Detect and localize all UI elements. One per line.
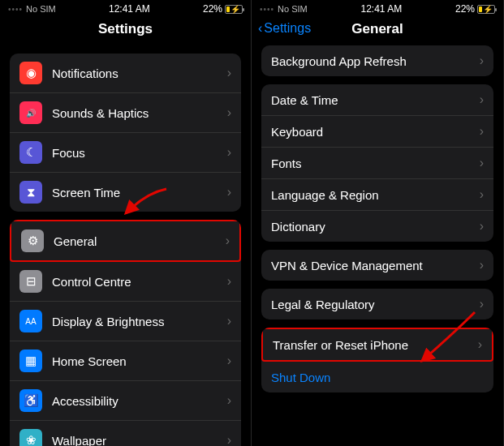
row-label: Background App Refresh (271, 54, 480, 68)
row-legal[interactable]: Legal & Regulatory› (261, 289, 493, 319)
chevron-left-icon: ‹ (258, 21, 262, 36)
navbar: Settings (0, 16, 251, 45)
row-label: Accessibility (52, 394, 227, 408)
control-centre-icon: ⊟ (19, 270, 42, 293)
back-button[interactable]: ‹ Settings (258, 21, 311, 36)
row-language[interactable]: Language & Region› (261, 179, 493, 211)
chevron-right-icon: › (227, 354, 231, 368)
status-bar: ••••No SIM 12:41 AM 22% ⚡ (0, 0, 251, 16)
general-group-vpn: VPN & Device Management› (261, 250, 493, 281)
chevron-right-icon: › (480, 219, 484, 234)
chevron-right-icon: › (227, 105, 231, 120)
row-label: Dictionary (271, 220, 480, 234)
battery-icon: ⚡ (477, 5, 495, 14)
back-label: Settings (264, 21, 311, 36)
focus-icon: ☾ (19, 141, 42, 164)
row-control-centre[interactable]: ⊟Control Centre› (10, 262, 241, 302)
row-label: Notifications (52, 66, 227, 80)
display-icon: AA (19, 310, 42, 332)
row-label: Focus (52, 146, 227, 160)
row-display[interactable]: AADisplay & Brightness› (10, 302, 241, 341)
general-group-legal: Legal & Regulatory› (261, 289, 493, 319)
row-label: Date & Time (271, 93, 480, 107)
row-label: Home Screen (52, 354, 227, 368)
row-wallpaper[interactable]: ❀Wallpaper› (10, 421, 241, 446)
page-title: Settings (0, 21, 251, 37)
row-sounds[interactable]: 🔊Sounds & Haptics› (10, 93, 241, 133)
general-icon: ⚙ (21, 229, 44, 252)
chevron-right-icon: › (480, 187, 484, 202)
row-general[interactable]: ⚙General› (10, 220, 241, 262)
chevron-right-icon: › (227, 66, 231, 80)
chevron-right-icon: › (480, 92, 484, 107)
row-label: Display & Brightness (52, 315, 227, 328)
navbar: ‹ Settings General (252, 16, 503, 45)
row-label: VPN & Device Management (271, 259, 480, 272)
battery-pct: 22% (455, 3, 475, 15)
notifications-icon: ◉ (19, 62, 42, 84)
row-fonts[interactable]: Fonts› (261, 148, 493, 179)
chevron-right-icon: › (480, 124, 484, 139)
settings-group-general: ⚙General›⊟Control Centre›AADisplay & Bri… (10, 220, 241, 446)
row-label: Control Centre (52, 275, 227, 289)
row-label: Fonts (271, 157, 480, 170)
chevron-right-icon: › (227, 145, 231, 160)
chevron-right-icon: › (227, 393, 231, 408)
clock: 12:41 AM (360, 3, 402, 15)
sounds-icon: 🔊 (19, 101, 42, 124)
row-accessibility[interactable]: ♿Accessibility› (10, 381, 241, 421)
row-keyboard[interactable]: Keyboard› (261, 116, 493, 148)
row-shutdown[interactable]: Shut Down (261, 362, 493, 392)
row-label: Legal & Regulatory (271, 298, 480, 311)
accessibility-icon: ♿ (19, 389, 42, 412)
row-focus[interactable]: ☾Focus› (10, 133, 241, 173)
home-screen-icon: ▦ (19, 350, 42, 372)
general-group-datetime: Date & Time›Keyboard›Fonts›Language & Re… (261, 84, 493, 242)
row-label: Shut Down (271, 371, 484, 384)
sim-status: No SIM (26, 4, 56, 14)
battery-pct: 22% (203, 3, 222, 15)
row-label: Screen Time (52, 186, 227, 199)
row-label: Sounds & Haptics (52, 106, 227, 120)
row-screentime[interactable]: ⧗Screen Time› (10, 173, 241, 212)
row-transfer-reset[interactable]: Transfer or Reset iPhone› (261, 328, 493, 362)
row-date-time[interactable]: Date & Time› (261, 84, 493, 116)
screentime-icon: ⧗ (19, 181, 42, 204)
chevron-right-icon: › (480, 54, 484, 68)
row-label: General (54, 234, 226, 248)
clock: 12:41 AM (109, 3, 150, 15)
wallpaper-icon: ❀ (19, 429, 42, 446)
sim-status: No SIM (278, 4, 308, 14)
row-notifications[interactable]: ◉Notifications› (10, 54, 241, 93)
general-group-reset: Transfer or Reset iPhone›Shut Down (261, 328, 493, 392)
row-dictionary[interactable]: Dictionary› (261, 211, 493, 242)
chevron-right-icon: › (227, 433, 231, 446)
chevron-right-icon: › (227, 314, 231, 328)
chevron-right-icon: › (478, 337, 482, 352)
settings-screen: ••••No SIM 12:41 AM 22% ⚡ Settings ◉Noti… (0, 0, 252, 446)
row-vpn[interactable]: VPN & Device Management› (261, 250, 493, 281)
row-label: Transfer or Reset iPhone (273, 338, 478, 352)
general-screen: ••••No SIM 12:41 AM 22% ⚡ ‹ Settings Gen… (252, 0, 503, 446)
general-group-bg: Background App Refresh› (261, 45, 493, 76)
battery-icon: ⚡ (225, 5, 243, 14)
chevron-right-icon: › (227, 185, 231, 199)
row-label: Language & Region (271, 188, 480, 202)
chevron-right-icon: › (226, 234, 230, 248)
status-bar: ••••No SIM 12:41 AM 22% ⚡ (252, 0, 503, 16)
chevron-right-icon: › (480, 156, 484, 170)
row-label: Keyboard (271, 125, 480, 139)
row-label: Wallpaper (52, 434, 227, 447)
chevron-right-icon: › (480, 297, 484, 311)
row-home-screen[interactable]: ▦Home Screen› (10, 341, 241, 381)
row-bg-refresh[interactable]: Background App Refresh› (261, 45, 493, 76)
chevron-right-icon: › (480, 258, 484, 272)
chevron-right-icon: › (227, 274, 231, 289)
settings-group-notifications: ◉Notifications›🔊Sounds & Haptics›☾Focus›… (10, 54, 241, 212)
